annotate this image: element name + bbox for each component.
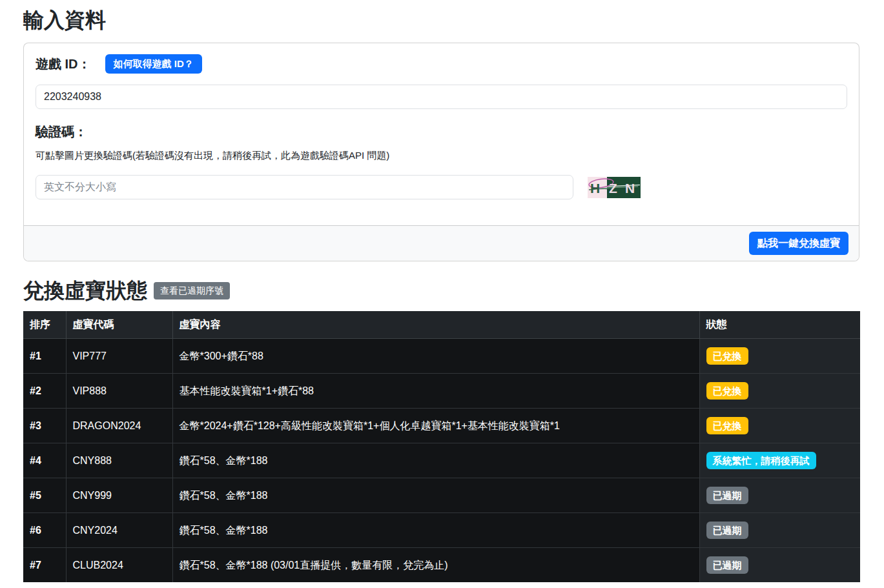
game-id-label: 遊戲 ID： [36, 56, 91, 73]
row-content: 鑽石*58、金幣*188 [172, 443, 699, 478]
row-status-cell: 已兌換 [699, 339, 860, 374]
status-section-head: 兌換虛寶狀態 查看已過期序號 [23, 279, 859, 302]
table-row: #6 CNY2024 鑽石*58、金幣*188 已過期 [23, 513, 860, 548]
row-rank: #2 [23, 374, 66, 409]
how-to-get-id-button[interactable]: 如何取得遊戲 ID？ [105, 54, 202, 74]
table-row: #5 CNY999 鑽石*58、金幣*188 已過期 [23, 478, 860, 513]
row-content: 鑽石*58、金幣*188 [172, 513, 699, 548]
table-header: 排序 虛寶代碼 虛寶內容 狀態 [23, 311, 860, 339]
status-badge: 已兌換 [706, 382, 748, 400]
redeem-button[interactable]: 點我一鍵兌換虛寶 [749, 232, 848, 255]
view-expired-button[interactable]: 查看已過期序號 [154, 282, 230, 299]
row-content: 鑽石*58、金幣*188 [172, 478, 699, 513]
captcha-letter: N [625, 181, 635, 196]
captcha-input[interactable] [36, 175, 573, 199]
row-code: VIP777 [66, 339, 172, 374]
row-content: 鑽石*58、金幣*188 (03/01直播提供，數量有限，兌完為止) [172, 548, 699, 583]
input-card-body: 遊戲 ID： 如何取得遊戲 ID？ 驗證碼： 可點擊圖片更換驗證碼(若驗證碼沒有… [24, 43, 859, 225]
status-badge: 已兌換 [706, 417, 748, 434]
status-badge: 已過期 [706, 556, 748, 574]
captcha-letter: Z [609, 181, 617, 196]
header-content: 虛寶內容 [172, 311, 699, 339]
row-status-cell: 系統繁忙，請稍後再試 [699, 443, 860, 478]
game-id-input[interactable] [36, 85, 847, 109]
row-code: CNY999 [66, 478, 172, 513]
row-code: CNY888 [66, 443, 172, 478]
status-badge: 已兌換 [706, 347, 748, 365]
captcha-row: H Z N [36, 175, 847, 199]
captcha-hint: 可點擊圖片更換驗證碼(若驗證碼沒有出現，請稍後再試，此為遊戲驗證碼API 問題) [36, 150, 847, 162]
row-rank: #4 [23, 443, 66, 478]
row-status-cell: 已兌換 [699, 374, 860, 409]
status-badge: 已過期 [706, 487, 748, 504]
captcha-letter: H [590, 181, 600, 196]
status-section-title: 兌換虛寶狀態 [23, 279, 147, 302]
row-code: DRAGON2024 [66, 409, 172, 443]
table-row: #2 VIP888 基本性能改裝寶箱*1+鑽石*88 已兌換 [23, 374, 860, 409]
header-status: 狀態 [699, 311, 860, 339]
table-row: #4 CNY888 鑽石*58、金幣*188 系統繁忙，請稍後再試 [23, 443, 860, 478]
status-badge: 系統繁忙，請稍後再試 [706, 452, 816, 469]
captcha-image[interactable]: H Z N [588, 177, 641, 198]
row-status-cell: 已過期 [699, 548, 860, 583]
header-rank: 排序 [23, 311, 66, 339]
row-status-cell: 已兌換 [699, 409, 860, 443]
row-content: 基本性能改裝寶箱*1+鑽石*88 [172, 374, 699, 409]
table-row: #3 DRAGON2024 金幣*2024+鑽石*128+高級性能改裝寶箱*1+… [23, 409, 860, 443]
captcha-label: 驗證碼： [36, 123, 847, 141]
header-code: 虛寶代碼 [66, 311, 172, 339]
input-card-footer: 點我一鍵兌換虛寶 [24, 225, 859, 261]
row-code: CLUB2024 [66, 548, 172, 583]
row-code: VIP888 [66, 374, 172, 409]
row-content: 金幣*300+鑽石*88 [172, 339, 699, 374]
row-rank: #1 [23, 339, 66, 374]
game-id-label-row: 遊戲 ID： 如何取得遊戲 ID？ [36, 54, 847, 74]
input-card: 遊戲 ID： 如何取得遊戲 ID？ 驗證碼： 可點擊圖片更換驗證碼(若驗證碼沒有… [23, 43, 859, 261]
table-row: #1 VIP777 金幣*300+鑽石*88 已兌換 [23, 339, 860, 374]
status-badge: 已過期 [706, 522, 748, 539]
redeem-table-body: #1 VIP777 金幣*300+鑽石*88 已兌換 #2 VIP888 基本性… [23, 339, 860, 583]
row-rank: #6 [23, 513, 66, 548]
row-content: 金幣*2024+鑽石*128+高級性能改裝寶箱*1+個人化卓越寶箱*1+基本性能… [172, 409, 699, 443]
page-title: 輸入資料 [23, 9, 859, 32]
row-code: CNY2024 [66, 513, 172, 548]
page: 輸入資料 遊戲 ID： 如何取得遊戲 ID？ 驗證碼： 可點擊圖片更換驗證碼(若… [0, 0, 884, 588]
row-rank: #3 [23, 409, 66, 443]
redeem-status-table: 排序 虛寶代碼 虛寶內容 狀態 #1 VIP777 金幣*300+鑽石*88 已… [23, 311, 860, 582]
row-rank: #5 [23, 478, 66, 513]
row-status-cell: 已過期 [699, 513, 860, 548]
row-rank: #7 [23, 548, 66, 583]
row-status-cell: 已過期 [699, 478, 860, 513]
table-row: #7 CLUB2024 鑽石*58、金幣*188 (03/01直播提供，數量有限… [23, 548, 860, 583]
